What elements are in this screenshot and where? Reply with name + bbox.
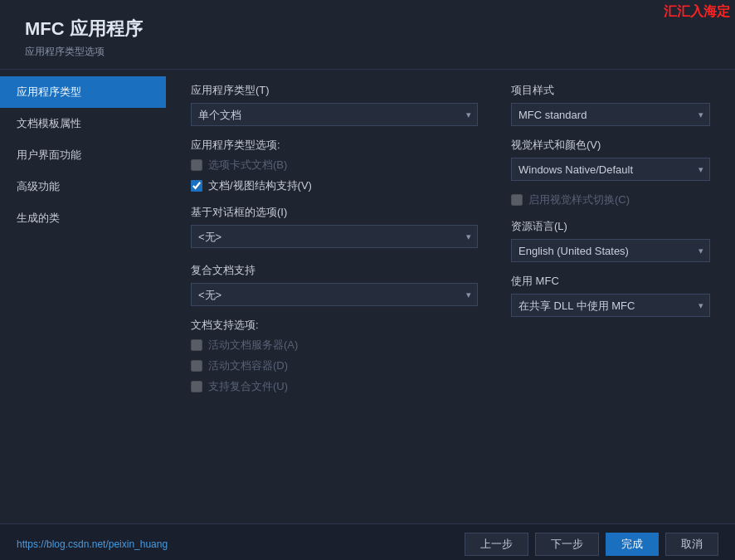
- compound-doc-dropdown-wrapper: <无>: [191, 283, 478, 306]
- option-compound-file-row: 支持复合文件(U): [191, 379, 478, 394]
- use-mfc-select[interactable]: 在共享 DLL 中使用 MFC 在静态库中使用 MFC: [511, 294, 710, 317]
- visual-switch-row: 启用视觉样式切换(C): [511, 192, 710, 207]
- resource-lang-dropdown-wrapper: English (United States) Chinese (Simplif…: [511, 239, 710, 262]
- use-mfc-label: 使用 MFC: [511, 274, 710, 289]
- compound-doc-label: 复合文档支持: [191, 263, 478, 278]
- header: MFC 应用程序 应用程序类型选项: [0, 0, 735, 70]
- app-type-options-label: 应用程序类型选项:: [191, 138, 478, 153]
- app-type-options-group: 应用程序类型选项: 选项卡式文档(B) 文档/视图结构支持(V): [191, 138, 478, 193]
- option-active-container-label: 活动文档容器(D): [208, 358, 288, 373]
- option-active-server-checkbox[interactable]: [191, 339, 202, 351]
- right-panel: 项目样式 MFC standard Visual Studio Office 视…: [511, 83, 710, 510]
- dialog-based-dropdown-wrapper: <无>: [191, 225, 478, 248]
- option-compound-file-label: 支持复合文件(U): [208, 379, 288, 394]
- option-tab-docs-row: 选项卡式文档(B): [191, 158, 478, 173]
- visual-style-label: 视觉样式和颜色(V): [511, 138, 710, 153]
- app-type-dropdown-wrapper: 单个文档 多个文档 基于对话框: [191, 103, 478, 126]
- next-button[interactable]: 下一步: [535, 533, 599, 556]
- sidebar-item-1[interactable]: 文档模板属性: [0, 108, 166, 139]
- option-active-server-row: 活动文档服务器(A): [191, 338, 478, 353]
- footer: https://blog.csdn.net/peixin_huang 上一步 下…: [0, 523, 735, 560]
- visual-style-select[interactable]: Windows Native/Default Office 2003 VS 20…: [511, 158, 710, 181]
- watermark: 汇汇入海定: [664, 3, 730, 21]
- doc-support-label: 文档支持选项:: [191, 318, 478, 333]
- option-doc-view-checkbox[interactable]: [191, 180, 202, 192]
- project-style-label: 项目样式: [511, 83, 710, 98]
- option-compound-file-checkbox[interactable]: [191, 381, 202, 392]
- finish-button[interactable]: 完成: [606, 533, 659, 556]
- page-title: MFC 应用程序: [25, 17, 710, 41]
- dialog-based-label: 基于对话框的选项(I): [191, 205, 478, 220]
- option-doc-view-label: 文档/视图结构支持(V): [208, 178, 312, 193]
- sidebar: 应用程序类型文档模板属性用户界面功能高级功能生成的类: [0, 70, 166, 523]
- app-type-label: 应用程序类型(T): [191, 83, 478, 98]
- cancel-button[interactable]: 取消: [665, 533, 718, 556]
- visual-switch-label: 启用视觉样式切换(C): [528, 192, 630, 207]
- option-tab-docs-label: 选项卡式文档(B): [208, 158, 287, 173]
- use-mfc-dropdown-wrapper: 在共享 DLL 中使用 MFC 在静态库中使用 MFC: [511, 294, 710, 317]
- option-active-container-checkbox[interactable]: [191, 360, 202, 372]
- page-subtitle: 应用程序类型选项: [25, 45, 710, 59]
- resource-lang-label: 资源语言(L): [511, 219, 710, 234]
- left-panel: 应用程序类型(T) 单个文档 多个文档 基于对话框 应用程序类型选项: 选项卡式…: [191, 83, 478, 510]
- resource-lang-select[interactable]: English (United States) Chinese (Simplif…: [511, 239, 710, 262]
- compound-doc-select[interactable]: <无>: [191, 283, 478, 306]
- content-area: 应用程序类型(T) 单个文档 多个文档 基于对话框 应用程序类型选项: 选项卡式…: [166, 70, 735, 523]
- option-doc-view-row: 文档/视图结构支持(V): [191, 178, 478, 193]
- footer-link[interactable]: https://blog.csdn.net/peixin_huang: [17, 538, 168, 550]
- option-active-container-row: 活动文档容器(D): [191, 358, 478, 373]
- project-style-select[interactable]: MFC standard Visual Studio Office: [511, 103, 710, 126]
- doc-support-options-group: 文档支持选项: 活动文档服务器(A) 活动文档容器(D) 支持复合文件(U): [191, 318, 478, 394]
- project-style-dropdown-wrapper: MFC standard Visual Studio Office: [511, 103, 710, 126]
- dialog-based-select[interactable]: <无>: [191, 225, 478, 248]
- prev-button[interactable]: 上一步: [465, 533, 528, 556]
- visual-style-dropdown-wrapper: Windows Native/Default Office 2003 VS 20…: [511, 158, 710, 181]
- main-layout: 应用程序类型文档模板属性用户界面功能高级功能生成的类 应用程序类型(T) 单个文…: [0, 70, 735, 523]
- sidebar-item-0[interactable]: 应用程序类型: [0, 76, 166, 108]
- sidebar-item-2[interactable]: 用户界面功能: [0, 139, 166, 171]
- app-type-select[interactable]: 单个文档 多个文档 基于对话框: [191, 103, 478, 126]
- sidebar-item-4[interactable]: 生成的类: [0, 202, 166, 234]
- option-tab-docs-checkbox[interactable]: [191, 159, 202, 171]
- option-active-server-label: 活动文档服务器(A): [208, 338, 298, 353]
- visual-switch-checkbox[interactable]: [511, 194, 523, 206]
- sidebar-item-3[interactable]: 高级功能: [0, 171, 166, 202]
